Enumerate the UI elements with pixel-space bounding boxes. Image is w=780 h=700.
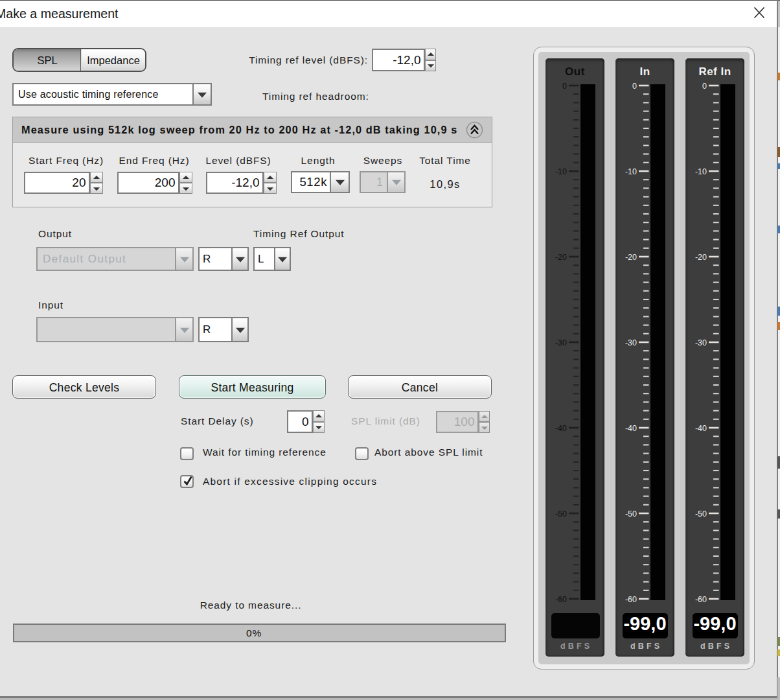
svg-text:-20: -20 (695, 253, 707, 262)
svg-text:0: 0 (702, 82, 707, 91)
svg-text:-60: -60 (555, 595, 567, 604)
svg-text:-20: -20 (555, 253, 567, 262)
svg-text:-10: -10 (695, 167, 707, 176)
svg-text:-40: -40 (695, 424, 707, 433)
svg-text:-30: -30 (555, 338, 567, 347)
svg-text:-50: -50 (625, 509, 637, 519)
svg-text:-10: -10 (625, 167, 637, 176)
svg-text:-40: -40 (625, 424, 637, 433)
svg-text:-20: -20 (625, 253, 637, 262)
svg-text:-50: -50 (695, 509, 707, 519)
svg-text:-60: -60 (695, 595, 707, 604)
svg-text:-50: -50 (555, 509, 567, 519)
svg-text:-10: -10 (555, 167, 567, 176)
svg-text:-40: -40 (555, 424, 567, 433)
svg-text:0: 0 (632, 82, 637, 91)
svg-text:-60: -60 (625, 595, 637, 604)
svg-text:-30: -30 (625, 338, 637, 347)
svg-text:0: 0 (562, 82, 567, 91)
svg-text:-30: -30 (695, 338, 707, 347)
